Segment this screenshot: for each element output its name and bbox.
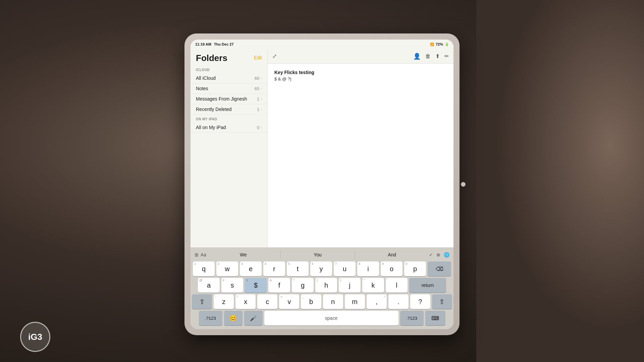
text-format-icon[interactable]: Aa — [201, 252, 206, 257]
key-l[interactable]: 'l — [386, 278, 408, 293]
note-toolbar-right: 👤 🗑 ⬆ ✏ — [413, 53, 449, 60]
key-i[interactable]: 8i — [357, 261, 379, 276]
key-b[interactable]: _b — [301, 294, 321, 309]
folder-name-all-icloud: All iCloud — [196, 75, 255, 81]
app-area: Folders Edit iCloud All iCloud 66 › Note… — [191, 49, 453, 247]
predictive-bar: ⊞ Aa We You And ✓ ⊕ 🌐 — [192, 249, 452, 261]
chevron-icon-notes: › — [261, 86, 262, 90]
key-question[interactable]: ? — [410, 294, 430, 309]
return-key[interactable]: return — [409, 278, 446, 293]
status-bar-left: 11:19 AM Thu Dec 27 — [195, 42, 234, 46]
user-circle-icon[interactable]: 👤 — [413, 53, 421, 60]
key-e[interactable]: 3e — [240, 261, 262, 276]
home-button[interactable] — [461, 182, 466, 187]
folder-count-all-icloud: 66 — [255, 76, 259, 81]
plus-circle-icon[interactable]: ⊕ — [436, 252, 440, 257]
note-title: Key Flicks testing — [274, 70, 447, 75]
note-toolbar: ⤢ 👤 🗑 ⬆ ✏ — [268, 49, 453, 64]
ipad-device: 11:19 AM Thu Dec 27 📶 72% 🔋 Folders Edit — [184, 34, 460, 335]
folder-name-all-on-ipad: All on My iPad — [196, 125, 257, 130]
folder-count-all-on-ipad: 0 — [257, 125, 259, 130]
note-area: ⤢ 👤 🗑 ⬆ ✏ Key Flicks testing $ & @ ?| — [268, 49, 453, 247]
key-w[interactable]: 2w — [216, 261, 238, 276]
keyboard-area: ⊞ Aa We You And ✓ ⊕ 🌐 — [191, 247, 453, 329]
note-body: $ & @ ?| — [274, 76, 447, 81]
key-o[interactable]: 9o — [381, 261, 402, 276]
note-content[interactable]: Key Flicks testing $ & @ ?| — [268, 64, 453, 247]
folder-count-messages: 1 — [257, 97, 259, 102]
mic-key[interactable]: 🎤 — [244, 311, 263, 325]
key-period[interactable]: . — [388, 294, 409, 309]
folder-name-notes: Notes — [196, 86, 255, 91]
folder-item-notes[interactable]: Notes 65 › — [191, 83, 267, 94]
folder-item-messages[interactable]: Messages From Jignesh 1 › — [191, 94, 267, 104]
folder-count-notes: 65 — [255, 86, 259, 91]
predictive-left: ⊞ Aa — [195, 252, 206, 257]
numbers-key-left[interactable]: .?123 — [199, 311, 222, 325]
share-icon[interactable]: ⬆ — [435, 53, 440, 59]
key-comma[interactable]: !, — [367, 294, 387, 309]
globe-icon[interactable]: 🌐 — [444, 252, 449, 257]
status-bar: 11:19 AM Thu Dec 27 📶 72% 🔋 — [191, 40, 453, 49]
trash-icon[interactable]: 🗑 — [425, 53, 431, 59]
numbers-key-right[interactable]: .?123 — [400, 311, 424, 325]
status-bar-right: 📶 72% 🔋 — [430, 42, 449, 46]
key-j[interactable]: )j — [339, 278, 361, 293]
key-s[interactable]: #s — [221, 278, 243, 293]
status-date: Thu Dec 27 — [214, 42, 234, 46]
key-v[interactable]: =v — [279, 294, 299, 309]
on-my-ipad-section-label: On My iPad — [191, 115, 267, 122]
expand-icon[interactable]: ⤢ — [272, 53, 277, 59]
key-n[interactable]: n — [323, 294, 343, 309]
wifi-icon: 📶 — [430, 43, 434, 46]
key-f[interactable]: &f — [268, 278, 290, 293]
pred-word-and[interactable]: And — [355, 251, 429, 259]
compose-icon[interactable]: ✏ — [444, 53, 449, 59]
folders-title: Folders — [196, 53, 227, 63]
key-r[interactable]: 4r — [263, 261, 285, 276]
delete-key[interactable]: ⌫ — [428, 261, 451, 276]
folder-item-recently-deleted[interactable]: Recently Deleted 1 › — [191, 104, 267, 115]
checkmark-icon[interactable]: ✓ — [429, 252, 433, 257]
shift-key-left[interactable]: ⇧ — [192, 294, 212, 309]
battery-icon: 🔋 — [445, 43, 449, 46]
key-dollar[interactable]: $$ — [245, 278, 267, 293]
sidebar: Folders Edit iCloud All iCloud 66 › Note… — [191, 49, 268, 247]
folder-count-recently-deleted: 1 — [257, 107, 259, 112]
chevron-icon-all-on-ipad: › — [261, 125, 262, 129]
emoji-key[interactable]: 😊 — [224, 311, 243, 325]
chevron-icon-all-icloud: › — [261, 76, 262, 80]
key-z[interactable]: -z — [214, 294, 234, 309]
key-c[interactable]: c — [257, 294, 277, 309]
space-key[interactable]: space — [264, 311, 398, 325]
folder-name-recently-deleted: Recently Deleted — [196, 107, 257, 112]
key-k[interactable]: "k — [362, 278, 384, 293]
key-m[interactable]: m — [345, 294, 365, 309]
keyboard-row-1: 1q 2w 3e 4r 5t 6y 7u 8i 9o 0p ⌫ — [192, 261, 452, 276]
key-g[interactable]: *g — [292, 278, 314, 293]
ipad-frame: 11:19 AM Thu Dec 27 📶 72% 🔋 Folders Edit — [184, 34, 460, 335]
key-t[interactable]: 5t — [287, 261, 309, 276]
folder-item-all-icloud[interactable]: All iCloud 66 › — [191, 73, 267, 83]
status-time: 11:19 AM — [195, 42, 211, 46]
icloud-section-label: iCloud — [191, 65, 267, 73]
pred-word-you[interactable]: You — [280, 251, 355, 259]
sidebar-header: Folders Edit — [191, 49, 267, 65]
key-x[interactable]: /x — [235, 294, 256, 309]
keyboard-layout-icon[interactable]: ⊞ — [195, 252, 199, 257]
key-q[interactable]: 1q — [193, 261, 215, 276]
ipad-screen: 11:19 AM Thu Dec 27 📶 72% 🔋 Folders Edit — [191, 40, 453, 329]
shift-key-right[interactable]: ⇧ — [432, 294, 452, 309]
pred-word-we[interactable]: We — [206, 251, 280, 259]
folder-item-all-on-ipad[interactable]: All on My iPad 0 › — [191, 122, 267, 133]
keyboard-row-2: @a #s $$ &f *g (h )j "k 'l return — [192, 278, 452, 293]
keyboard-dismiss-key[interactable]: ⌨ — [425, 311, 445, 325]
key-u[interactable]: 7u — [334, 261, 356, 276]
key-p[interactable]: 0p — [404, 261, 426, 276]
key-a[interactable]: @a — [198, 278, 220, 293]
key-h[interactable]: (h — [315, 278, 337, 293]
chevron-icon-recently-deleted: › — [261, 107, 262, 111]
key-y[interactable]: 6y — [310, 261, 332, 276]
edit-button[interactable]: Edit — [254, 53, 262, 60]
predictive-suggestions: We You And — [206, 251, 429, 259]
